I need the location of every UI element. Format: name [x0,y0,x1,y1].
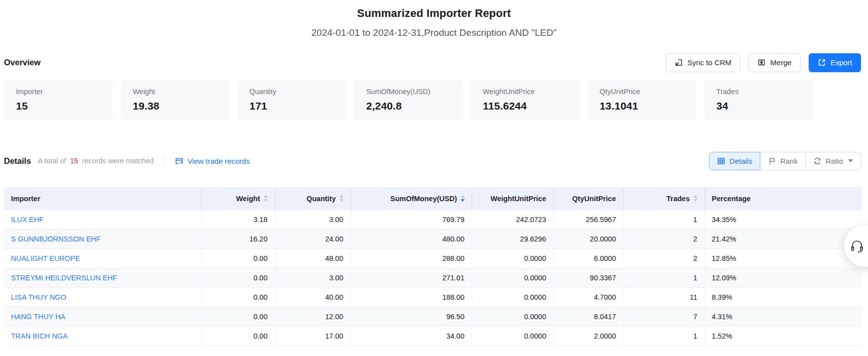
details-bar: Details A total of 15 records were match… [4,152,861,170]
table-header-row: ImporterWeightQuantitySumOfMoney(USD)Wei… [4,187,862,210]
stat-card-label: WeightUnitPrice [483,88,568,96]
importer-cell: TRAN BICH NGA [4,327,201,346]
quantity-cell: 3.00 [275,210,350,230]
stat-card-value: 15 [16,100,101,112]
merge-label: Merge [770,59,792,66]
sync-to-crm-icon [675,58,683,67]
details-heading: Details [4,156,31,166]
quantity-cell: 48.00 [275,249,350,268]
importer-link[interactable]: TRAN BICH NGA [11,332,68,340]
importer-cell: NUALIGHT EUROPE [4,249,201,268]
tab-ratio-label: Ratio [826,157,843,165]
table-row: HANG THUY HA0.0012.0096.500.00008.041774… [4,307,862,327]
merge-button[interactable]: Merge [748,53,801,72]
table-row: NUALIGHT EUROPE0.0048.00288.000.00006.00… [4,249,862,268]
column-header-qtyunitprice: QtyUnitPrice [553,187,623,210]
importer-link[interactable]: HANG THUY HA [11,313,65,321]
table-row: LISA THUY NGO0.0040.00188.000.00004.7000… [4,288,862,307]
weightunitprice-cell: 242.0723 [472,210,553,230]
tab-rank-label: Rank [780,157,798,165]
importer-link[interactable]: STREYMI HEILDVERSLUN EHF [11,274,117,282]
view-trade-records-label: View trade records [187,157,250,165]
importer-cell: HANG THUY HA [4,307,201,327]
trades-cell: 1 [623,210,704,230]
importer-link[interactable]: LISA THUY NGO [11,293,66,301]
qtyunitprice-cell: 8.0417 [553,307,623,327]
tab-details[interactable]: Details [709,152,760,170]
stat-card-quantity: Quantity171 [237,80,346,120]
tab-rank[interactable]: Rank [760,152,806,170]
sort-icon[interactable] [461,195,465,202]
merge-icon [757,58,766,67]
rank-icon [768,157,776,165]
view-records-icon [175,157,183,165]
sumofmoney-usd-cell: 480.00 [350,230,472,249]
percentage-cell: 8.39% [704,288,862,307]
export-label: Export [831,59,852,66]
column-header-weight[interactable]: Weight [201,187,275,210]
sort-icon[interactable] [340,195,344,202]
stat-card-weightunitprice: WeightUnitPrice115.6244 [471,80,580,120]
stat-card-label: Quantity [249,88,334,96]
percentage-cell: 34.35% [704,210,862,230]
view-mode-tabs: Details Rank Ratio [709,152,861,170]
stat-card-sumofmoney-usd: SumOfMoney(USD)2,240.8 [354,80,463,120]
weight-cell: 3.18 [201,210,275,230]
matched-count: 15 [70,157,78,165]
quantity-cell: 12.00 [275,307,350,327]
quantity-cell: 3.00 [275,268,350,288]
trades-cell: 1 [623,327,704,346]
trades-cell: 11 [623,288,704,307]
importer-link[interactable]: S GUNNBJORNSSON EHF [11,235,101,243]
sumofmoney-usd-cell: 188.00 [350,288,472,307]
table-row: ILUX EHF3.183.00769.79242.0723256.596713… [4,210,862,230]
percentage-cell: 1.52% [704,327,862,346]
page-subtitle: 2024-01-01 to 2024-12-31,Product Descrip… [0,27,868,38]
sumofmoney-usd-cell: 288.00 [350,249,472,268]
weight-cell: 0.00 [201,307,275,327]
trades-cell: 7 [623,307,704,327]
trades-cell: 2 [623,230,704,249]
importer-link[interactable]: ILUX EHF [11,216,43,224]
trades-cell: 1 [623,268,704,288]
column-header-trades[interactable]: Trades [623,187,704,210]
stat-card-value: 171 [249,100,334,112]
percentage-cell: 21.42% [704,230,862,249]
tab-details-label: Details [729,157,752,165]
stat-card-label: SumOfMoney(USD) [366,88,451,96]
page-title: Summarized Importer Report [0,7,868,20]
qtyunitprice-cell: 256.5967 [553,210,623,230]
stat-card-label: Importer [16,88,101,96]
export-button[interactable]: Export [809,53,861,72]
qtyunitprice-cell: 6.0000 [553,249,623,268]
column-header-quantity[interactable]: Quantity [275,187,350,210]
summary-prefix: A total of [38,157,66,165]
sort-icon[interactable] [264,195,268,202]
stat-card-importer: Importer15 [4,80,113,120]
stat-card-trades: Trades34 [704,80,813,120]
quantity-cell: 17.00 [275,327,350,346]
export-icon [818,58,826,67]
overview-heading: Overview [4,58,40,67]
column-header-percentage: Percentage [704,187,862,210]
weightunitprice-cell: 0.0000 [472,268,553,288]
view-trade-records-link[interactable]: View trade records [175,157,250,165]
weightunitprice-cell: 0.0000 [472,307,553,327]
stat-card-value: 115.6244 [483,100,568,112]
weight-cell: 0.00 [201,249,275,268]
qtyunitprice-cell: 2.0000 [553,327,623,346]
sort-icon[interactable] [694,195,697,202]
stat-card-label: Trades [716,88,801,96]
stat-card-value: 2,240.8 [366,100,451,112]
column-header-sumofmoney-usd[interactable]: SumOfMoney(USD) [350,187,472,210]
weight-cell: 16.20 [201,230,275,249]
summary-suffix: records were matched [82,157,154,165]
tab-ratio[interactable]: Ratio [805,152,861,170]
overview-cards: Importer15Weight19.38Quantity171SumOfMon… [4,80,813,120]
column-header-weightunitprice: WeightUnitPrice [472,187,553,210]
importer-link[interactable]: NUALIGHT EUROPE [11,254,80,262]
percentage-cell: 4.31% [704,307,862,327]
table-row: S GUNNBJORNSSON EHF16.2024.00480.0029.62… [4,230,862,249]
sync-to-crm-button[interactable]: Sync to CRM [666,53,740,72]
sumofmoney-usd-cell: 34.00 [350,327,472,346]
